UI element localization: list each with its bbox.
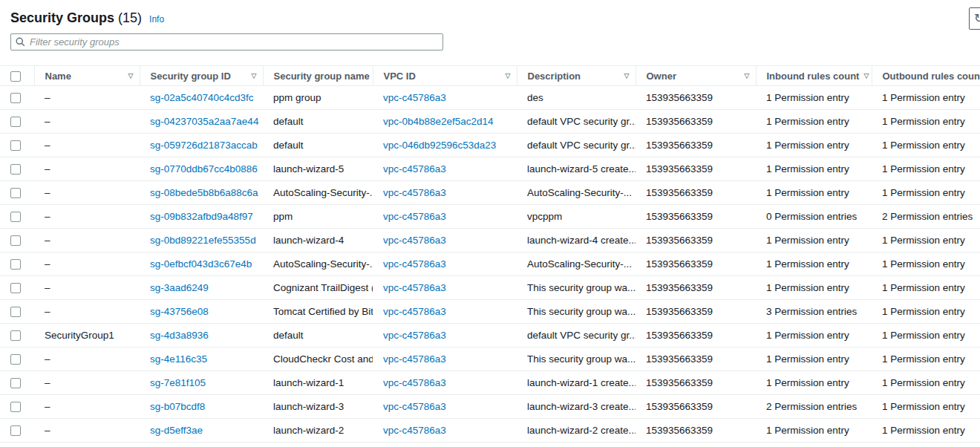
row-checkbox[interactable] [10,354,21,365]
row-checkbox[interactable] [10,164,21,174]
column-filter-icon[interactable]: ▽ [506,72,511,79]
cell-description: vpcppm [517,205,636,229]
vpc-id-link[interactable]: vpc-c45786a3 [383,187,446,198]
cell-inbound-rules-count: 1 Permission entry [756,181,872,205]
vpc-id-link[interactable]: vpc-c45786a3 [383,353,446,365]
vpc-id-link[interactable]: vpc-c45786a3 [383,282,446,293]
table-row[interactable]: – sg-43756e08 Tomcat Certified by Bit...… [0,300,980,324]
row-checkbox[interactable] [10,93,21,103]
security-group-id-link[interactable]: sg-43756e08 [150,306,209,317]
vpc-id-link[interactable]: vpc-c45786a3 [383,92,446,103]
row-checkbox[interactable] [10,235,21,246]
row-checkbox[interactable] [10,259,21,270]
vpc-id-link[interactable]: vpc-c45786a3 [383,330,446,341]
table-row[interactable]: – sg-04237035a2aa7ae44 default vpc-0b4b8… [0,110,980,134]
column-header[interactable]: Name ▽ [34,66,140,86]
row-checkbox[interactable] [10,307,21,317]
table-row[interactable]: – sg-4e116c35 CloudCheckr Cost and ... v… [0,348,980,371]
column-filter-icon[interactable]: ▽ [745,72,750,79]
column-header[interactable]: Outbound rules count ▽ [872,66,980,86]
info-link[interactable]: Info [149,14,164,25]
cell-vpc-id: vpc-c45786a3 [373,276,517,300]
table-row[interactable]: – sg-08bede5b8b6a88c6a AutoScaling-Secur… [0,181,980,205]
column-filter-icon[interactable]: ▽ [128,72,134,79]
column-header[interactable]: Security group name ▽ [263,66,373,86]
select-all-checkbox[interactable] [10,71,21,82]
cell-owner: 153935663359 [636,300,756,324]
cell-name: – [34,205,140,229]
vpc-id-link[interactable]: vpc-c45786a3 [383,306,446,317]
row-checkbox[interactable] [10,283,21,293]
security-group-id-link[interactable]: sg-4d3a8936 [150,330,209,341]
row-checkbox[interactable] [10,117,21,127]
row-checkbox[interactable] [10,188,21,198]
cell-name: – [34,395,140,419]
vpc-id-link[interactable]: vpc-c45786a3 [383,235,446,246]
row-checkbox[interactable] [10,212,21,222]
table-row[interactable]: – sg-02a5c40740c4cd3fc ppm group vpc-c45… [0,86,980,110]
table-row[interactable]: – sg-7e81f105 launch-wizard-1 vpc-c45786… [0,371,980,395]
column-header[interactable]: Security group ID ▽ [140,66,263,86]
row-checkbox[interactable] [10,425,21,436]
cell-inbound-rules-count: 1 Permission entry [756,229,872,252]
security-group-id-link[interactable]: sg-7e81f105 [150,377,206,388]
row-select-cell [0,181,34,205]
security-group-id-link[interactable]: sg-0efbcf043d3c67e4b [150,258,252,270]
vpc-id-link[interactable]: vpc-c45786a3 [383,401,446,412]
table-row[interactable]: – sg-059726d21873accab default vpc-046db… [0,134,980,157]
table-row[interactable]: – sg-0bd89221efe55355d launch-wizard-4 v… [0,229,980,252]
filter-input[interactable] [30,34,438,50]
vpc-id-link[interactable]: vpc-c45786a3 [383,258,446,270]
vpc-id-link[interactable]: vpc-0b4b88e2ef5ac2d14 [383,116,494,127]
security-group-id-link[interactable]: sg-04237035a2aa7ae44 [150,116,258,127]
security-group-id-link[interactable]: sg-0770ddb67cc4b0886 [150,163,258,174]
cell-vpc-id: vpc-c45786a3 [373,348,517,371]
select-all-header [0,66,34,86]
column-header[interactable]: VPC ID ▽ [373,66,517,86]
security-group-id-link[interactable]: sg-059726d21873accab [150,140,258,151]
row-checkbox[interactable] [10,140,21,151]
vpc-id-link[interactable]: vpc-c45786a3 [383,163,446,174]
security-group-id-link[interactable]: sg-08bede5b8b6a88c6a [150,187,258,198]
cell-security-group-name: default [263,110,373,134]
column-header[interactable]: Owner ▽ [636,66,756,86]
cell-security-group-name: launch-wizard-5 [263,157,373,181]
security-group-id-link[interactable]: sg-09b832afbd9a48f97 [150,211,253,222]
vpc-id-link[interactable]: vpc-c45786a3 [383,425,446,436]
vpc-id-link[interactable]: vpc-c45786a3 [383,377,446,388]
table-row[interactable]: – sg-b07bcdf8 launch-wizard-3 vpc-c45786… [0,395,980,419]
security-group-id-link[interactable]: sg-b07bcdf8 [150,401,205,412]
column-header[interactable]: Inbound rules count ▽ [756,66,872,86]
refresh-button[interactable]: ↻ [969,7,980,30]
cell-inbound-rules-count: 1 Permission entry [756,371,872,395]
security-group-id-link[interactable]: sg-02a5c40740c4cd3fc [150,92,254,103]
column-header[interactable]: Description ▽ [517,66,636,86]
column-filter-icon[interactable]: ▽ [863,72,869,79]
table-row[interactable]: – sg-09b832afbd9a48f97 ppm vpc-c45786a3 … [0,205,980,229]
row-checkbox[interactable] [10,378,21,388]
row-select-cell [0,134,34,157]
table-row[interactable]: – sg-d5eff3ae launch-wizard-2 vpc-c45786… [0,419,980,443]
security-group-id-link[interactable]: sg-0bd89221efe55355d [150,235,256,246]
cell-description: default VPC security gr... [517,134,636,157]
row-select-cell [0,300,34,324]
cell-vpc-id: vpc-0b4b88e2ef5ac2d14 [373,110,517,134]
row-checkbox[interactable] [10,402,21,412]
security-group-id-link[interactable]: sg-4e116c35 [150,353,207,365]
row-checkbox[interactable] [10,330,21,341]
cell-security-group-id: sg-08bede5b8b6a88c6a [140,181,263,205]
column-filter-icon[interactable]: ▽ [624,72,630,79]
vpc-id-link[interactable]: vpc-046db92596c53da23 [383,140,496,151]
vpc-id-link[interactable]: vpc-c45786a3 [383,211,446,222]
cell-name: – [34,300,140,324]
table-row[interactable]: – sg-0efbcf043d3c67e4b AutoScaling-Secur… [0,252,980,276]
cell-vpc-id: vpc-c45786a3 [373,300,517,324]
column-filter-icon[interactable]: ▽ [252,72,257,79]
table-row[interactable]: – sg-0770ddb67cc4b0886 launch-wizard-5 v… [0,157,980,181]
security-group-id-link[interactable]: sg-3aad6249 [150,282,209,293]
cell-owner: 153935663359 [636,276,756,300]
security-group-id-link[interactable]: sg-d5eff3ae [150,425,203,436]
row-select-cell [0,276,34,300]
table-row[interactable]: SecurityGroup1 sg-4d3a8936 default vpc-c… [0,324,980,348]
table-row[interactable]: – sg-3aad6249 Cognizant TrailDigest (...… [0,276,980,300]
